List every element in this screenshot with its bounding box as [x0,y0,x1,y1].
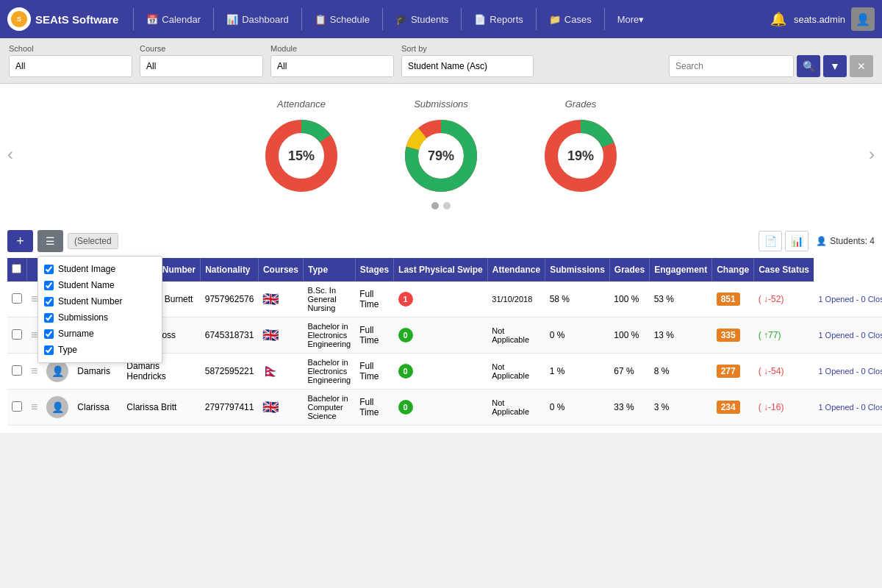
th-grades[interactable]: Grades [609,258,649,282]
row-engagement: 851 [712,282,754,318]
row-grades: 13 % [650,318,712,354]
row-checkbox-cell [7,354,26,390]
submissions-donut: 79% [401,115,481,196]
sortby-input[interactable] [401,55,534,77]
th-type[interactable]: Type [303,258,355,282]
selected-badge: (Selected [68,233,118,249]
case-status-link[interactable]: 1 Opened - 0 Closed [818,295,882,304]
table-toolbar: + ☰ Student Image Student Name Student N… [7,224,875,258]
nationality-flag: 🇳🇵 [262,364,279,379]
th-change[interactable]: Change [712,258,754,282]
attendance-chart: Attendance 15% [261,98,342,196]
row-course: B.Sc. In General Nursing [303,282,355,318]
row-checkbox-cell [7,390,26,426]
nav-calendar[interactable]: 📅 Calendar [137,0,209,38]
avatar-placeholder: 👤 [51,365,64,377]
carousel-next-button[interactable]: › [869,144,875,165]
calendar-icon: 📅 [146,14,158,25]
nav-dashboard[interactable]: 📊 Dashboard [218,0,298,38]
brand-logo-inner: S [11,11,27,27]
search-button[interactable]: 🔍 [797,55,820,77]
columns-dropdown: Student Image Student Name Student Numbe… [37,256,162,363]
add-button[interactable]: + [7,230,33,252]
export-excel-button[interactable]: 📊 [785,231,808,251]
reset-button[interactable]: ✕ [850,55,873,77]
submissions-value: 79% [428,148,454,164]
row-change: ( ↑77) [754,318,814,354]
col-submissions[interactable]: Submissions [43,309,157,326]
bell-icon[interactable]: 🔔 [770,11,786,27]
drag-handle-icon[interactable]: ≡ [31,329,37,341]
columns-button[interactable]: ☰ [37,230,63,252]
row-submissions: 100 % [609,282,649,318]
th-case-status[interactable]: Case Status [754,258,814,282]
row-change: ( ↓-54) [754,354,814,390]
row-checkbox-cell [7,318,26,354]
carousel-dots [44,202,838,209]
carousel-dot-2[interactable] [443,202,451,209]
nav-reports[interactable]: 📄 Reports [465,0,532,38]
drag-handle-icon[interactable]: ≡ [31,293,37,305]
case-status-link[interactable]: 1 Opened - 0 Closed [818,367,882,376]
nav-divider-4 [382,8,383,30]
th-submissions[interactable]: Submissions [545,258,610,282]
th-stages[interactable]: Stages [355,258,393,282]
col-student-number[interactable]: Student Number [43,293,157,309]
row-student-number: 2797797411 [201,390,259,426]
nav-schedule[interactable]: 📋 Schedule [306,0,379,38]
col-student-image[interactable]: Student Image [43,261,157,277]
drag-handle-icon[interactable]: ≡ [31,365,37,377]
row-checkbox[interactable] [12,329,22,340]
row-checkbox[interactable] [12,401,22,412]
brand: S SEAtS Software [7,7,118,31]
nav-cases[interactable]: 📁 Cases [540,0,600,38]
th-attendance[interactable]: Attendance [487,258,545,282]
charts-section: ‹ Attendance 15% Submissions [0,84,882,224]
stage-badge: 0 [398,364,413,379]
th-engagement[interactable]: Engagement [650,258,712,282]
nationality-flag: 🇬🇧 [262,328,279,343]
case-status-link[interactable]: 1 Opened - 0 Closed [818,331,882,340]
module-label: Module [270,44,394,53]
row-checkbox[interactable] [12,365,22,376]
grades-donut: 19% [540,115,621,196]
nationality-flag: 🇬🇧 [262,400,279,415]
export-pdf-button[interactable]: 📄 [759,231,782,251]
col-type[interactable]: Type [43,342,157,358]
drag-handle-icon[interactable]: ≡ [31,401,37,413]
row-grades: 3 % [650,390,712,426]
row-last-swipe: 31/10/2018 [487,282,545,318]
course-input[interactable] [140,55,263,77]
row-course: Bachelor in Electronics Engineering [303,354,355,390]
nav-divider-7 [604,8,605,30]
stage-badge: 0 [398,400,413,415]
select-all-checkbox[interactable] [12,264,21,273]
row-attendance: 0 % [545,390,610,426]
engagement-badge: 335 [717,329,740,342]
row-checkbox[interactable] [12,293,22,304]
table-row: ≡ 👤 Clarissa Clarissa Britt 2797797411 🇬… [7,390,882,426]
school-filter-group: School [9,44,132,77]
nav-more[interactable]: More▾ [609,0,653,38]
search-input[interactable] [669,55,794,77]
col-surname[interactable]: Surname [43,326,157,342]
th-courses[interactable]: Courses [258,258,303,282]
carousel-dot-1[interactable] [431,202,439,209]
col-student-name[interactable]: Student Name [43,277,157,293]
engagement-badge: 277 [717,365,740,378]
school-input[interactable] [9,55,132,77]
attendance-donut: 15% [261,115,342,196]
th-nationality[interactable]: Nationality [201,258,259,282]
row-submissions: 67 % [609,354,649,390]
carousel-prev-button[interactable]: ‹ [7,144,13,165]
case-status-link[interactable]: 1 Opened - 0 Closed [818,403,882,412]
search-group: 🔍 ▼ ✕ [669,55,873,77]
nav-students[interactable]: 🎓 Students [387,0,457,38]
module-input[interactable] [270,55,394,77]
nav-divider-5 [461,8,462,30]
row-type: Full Time [355,354,393,390]
th-last-swipe[interactable]: Last Physical Swipe [394,258,488,282]
filter-button[interactable]: ▼ [823,55,847,77]
row-stage: 0 [394,318,488,354]
nav-divider-1 [133,8,134,30]
